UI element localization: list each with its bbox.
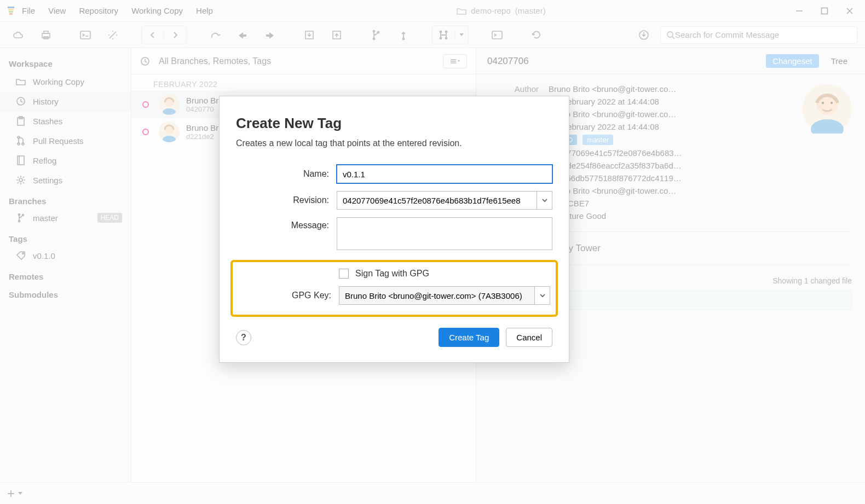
dialog-title: Create New Tag [236,115,552,132]
gpg-key-select[interactable] [339,286,535,305]
dialog-subtitle: Creates a new local tag that points at t… [236,138,552,148]
sign-tag-label: Sign Tag with GPG [355,269,429,279]
create-tag-dialog: Create New Tag Creates a new local tag t… [219,96,569,363]
tag-message-input[interactable] [337,217,552,250]
create-tag-button[interactable]: Create Tag [439,328,499,347]
revision-dropdown[interactable] [537,191,552,210]
message-label: Message: [236,217,329,230]
name-label: Name: [236,169,329,179]
gpg-highlight-box: Sign Tag with GPG GPG Key: [230,260,558,317]
revision-label: Revision: [236,195,329,205]
help-button[interactable]: ? [236,330,251,345]
revision-input[interactable] [337,191,537,210]
sign-tag-checkbox[interactable] [339,269,349,279]
gpg-key-label: GPG Key: [238,291,331,300]
cancel-button[interactable]: Cancel [506,328,552,347]
tag-name-input[interactable] [337,165,552,183]
gpg-key-dropdown[interactable] [535,286,550,305]
